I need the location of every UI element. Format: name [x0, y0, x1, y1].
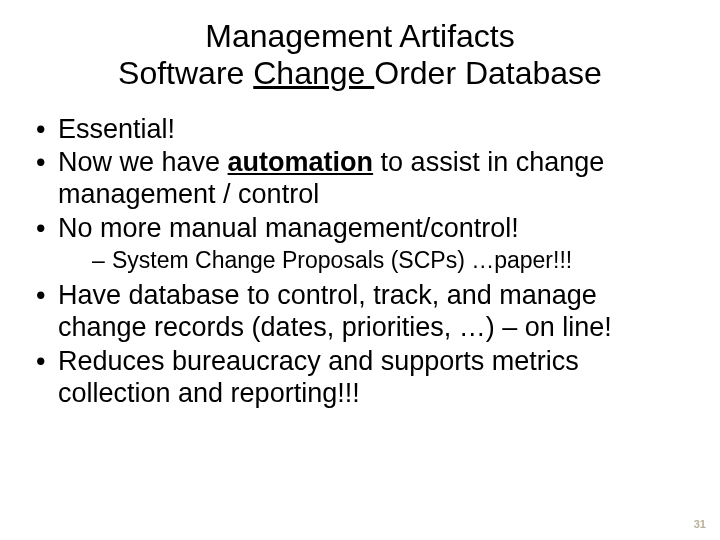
bullet-text-bold: automation — [228, 147, 374, 177]
title-line2-pre: Software — [118, 55, 253, 91]
page-number: 31 — [694, 518, 706, 530]
bullet-text: Essential! — [58, 114, 175, 144]
bullet-text-pre: Now we have — [58, 147, 228, 177]
sub-list-item: System Change Proposals (SCPs) …paper!!! — [58, 247, 690, 274]
sub-bullet-text: System Change Proposals (SCPs) …paper!!! — [112, 247, 572, 273]
list-item: Have database to control, track, and man… — [30, 280, 690, 344]
bullet-text: No more manual management/control! — [58, 213, 519, 243]
bullet-text: Reduces bureaucracy and supports metrics… — [58, 346, 579, 408]
bullet-text: Have database to control, track, and man… — [58, 280, 612, 342]
title-line2-post: Order Database — [374, 55, 602, 91]
list-item: Essential! — [30, 114, 690, 146]
title-line1: Management Artifacts — [205, 18, 514, 54]
bullet-list: Essential! Now we have automation to ass… — [30, 114, 690, 410]
slide: Management Artifacts Software Change Ord… — [0, 0, 720, 540]
list-item: Reduces bureaucracy and supports metrics… — [30, 346, 690, 410]
title-line2: Software Change Order Database — [30, 55, 690, 92]
list-item: Now we have automation to assist in chan… — [30, 147, 690, 211]
sub-bullet-list: System Change Proposals (SCPs) …paper!!! — [58, 247, 690, 274]
slide-title: Management Artifacts Software Change Ord… — [30, 18, 690, 92]
list-item: No more manual management/control! Syste… — [30, 213, 690, 274]
title-line2-underlined: Change — [253, 55, 374, 91]
